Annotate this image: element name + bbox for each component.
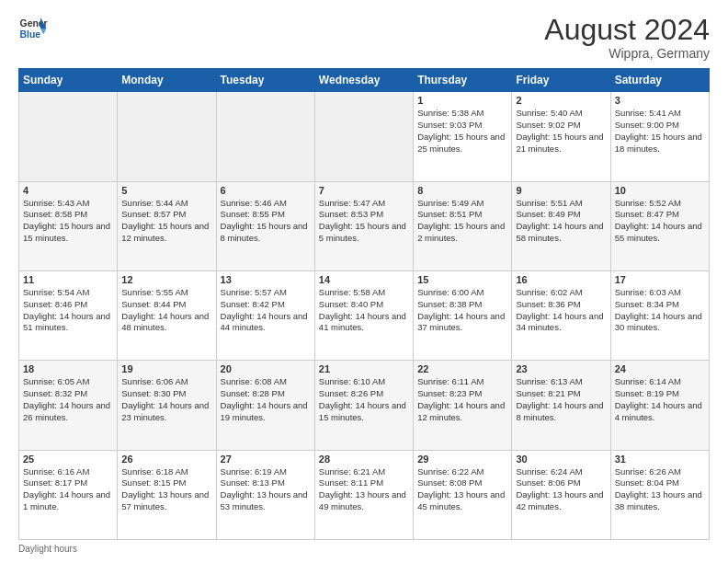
daylight-label: Daylight: 13 hours and 38 minutes.	[615, 489, 702, 511]
day-number: 7	[319, 185, 409, 196]
calendar-cell: 29 Sunrise: 6:22 AM Sunset: 8:08 PM Dayl…	[414, 450, 512, 539]
daylight-label: Daylight: 15 hours and 25 minutes.	[417, 132, 505, 154]
daylight-label: Daylight: 15 hours and 18 minutes.	[615, 132, 702, 154]
sunset-label: Sunset: 8:08 PM	[417, 477, 482, 488]
calendar-cell: 28 Sunrise: 6:21 AM Sunset: 8:11 PM Dayl…	[314, 450, 413, 539]
sunrise-label: Sunrise: 6:10 AM	[319, 376, 385, 386]
day-number: 11	[23, 274, 113, 285]
calendar-cell: 7 Sunrise: 5:47 AM Sunset: 8:53 PM Dayli…	[314, 181, 413, 270]
day-number: 27	[221, 454, 311, 465]
sunrise-label: Sunrise: 6:21 AM	[319, 466, 385, 477]
calendar-cell: 5 Sunrise: 5:44 AM Sunset: 8:57 PM Dayli…	[118, 181, 216, 270]
sunset-label: Sunset: 8:19 PM	[615, 388, 679, 398]
day-info: Sunrise: 5:40 AM Sunset: 9:02 PM Dayligh…	[516, 108, 606, 155]
sunset-label: Sunset: 8:34 PM	[615, 299, 679, 309]
weekday-header-saturday: Saturday	[610, 69, 709, 92]
daylight-label: Daylight: 14 hours and 8 minutes.	[516, 400, 603, 422]
calendar-cell: 27 Sunrise: 6:19 AM Sunset: 8:13 PM Dayl…	[216, 450, 314, 539]
calendar-cell: 30 Sunrise: 6:24 AM Sunset: 8:06 PM Dayl…	[512, 450, 610, 539]
sunset-label: Sunset: 8:26 PM	[319, 388, 383, 398]
day-info: Sunrise: 6:24 AM Sunset: 8:06 PM Dayligh…	[516, 466, 606, 513]
calendar-cell: 18 Sunrise: 6:05 AM Sunset: 8:32 PM Dayl…	[19, 361, 118, 450]
daylight-label: Daylight: 14 hours and 19 minutes.	[221, 400, 308, 422]
day-info: Sunrise: 5:58 AM Sunset: 8:40 PM Dayligh…	[319, 287, 409, 334]
daylight-label: Daylight: 14 hours and 55 minutes.	[615, 221, 702, 243]
sunrise-label: Sunrise: 5:57 AM	[221, 287, 287, 297]
sunrise-label: Sunrise: 6:06 AM	[121, 376, 188, 386]
sunset-label: Sunset: 8:49 PM	[516, 209, 580, 219]
sunset-label: Sunset: 8:40 PM	[319, 299, 383, 309]
sunrise-label: Sunrise: 6:22 AM	[417, 466, 483, 477]
page: General Blue August 2024 Wippra, Germany…	[0, 0, 728, 563]
sunset-label: Sunset: 8:46 PM	[23, 299, 87, 309]
sunset-label: Sunset: 8:58 PM	[23, 209, 87, 219]
weekday-header-tuesday: Tuesday	[216, 69, 314, 92]
day-info: Sunrise: 6:19 AM Sunset: 8:13 PM Dayligh…	[221, 466, 311, 513]
daylight-label: Daylight: 15 hours and 2 minutes.	[417, 221, 505, 243]
month-title: August 2024	[544, 14, 710, 46]
sunrise-label: Sunrise: 6:11 AM	[417, 376, 483, 386]
sunset-label: Sunset: 8:04 PM	[615, 477, 679, 488]
logo-icon: General Blue	[18, 14, 48, 43]
day-number: 12	[121, 274, 211, 285]
sunrise-label: Sunrise: 6:18 AM	[121, 466, 188, 477]
sunrise-label: Sunrise: 5:40 AM	[516, 108, 582, 118]
day-number: 14	[319, 274, 409, 285]
daylight-label: Daylight: 15 hours and 5 minutes.	[319, 221, 406, 243]
logo: General Blue	[18, 14, 48, 43]
footer-note: Daylight hours	[18, 544, 710, 554]
sunset-label: Sunset: 8:30 PM	[121, 388, 186, 398]
day-info: Sunrise: 6:16 AM Sunset: 8:17 PM Dayligh…	[23, 466, 113, 513]
weekday-header-row: SundayMondayTuesdayWednesdayThursdayFrid…	[19, 69, 710, 92]
day-number: 18	[23, 363, 113, 374]
day-info: Sunrise: 6:05 AM Sunset: 8:32 PM Dayligh…	[23, 376, 113, 423]
week-row-5: 25 Sunrise: 6:16 AM Sunset: 8:17 PM Dayl…	[19, 450, 710, 539]
sunrise-label: Sunrise: 5:44 AM	[121, 198, 188, 208]
calendar-cell: 15 Sunrise: 6:00 AM Sunset: 8:38 PM Dayl…	[414, 270, 512, 360]
calendar-cell: 16 Sunrise: 6:02 AM Sunset: 8:36 PM Dayl…	[512, 270, 610, 360]
header: General Blue August 2024 Wippra, Germany	[18, 14, 710, 61]
daylight-label: Daylight: 14 hours and 23 minutes.	[121, 400, 209, 422]
day-info: Sunrise: 6:26 AM Sunset: 8:04 PM Dayligh…	[615, 466, 705, 513]
svg-marker-3	[40, 29, 46, 34]
sunset-label: Sunset: 9:02 PM	[516, 120, 580, 130]
day-info: Sunrise: 6:00 AM Sunset: 8:38 PM Dayligh…	[417, 287, 507, 334]
day-info: Sunrise: 5:51 AM Sunset: 8:49 PM Dayligh…	[516, 198, 606, 245]
sunrise-label: Sunrise: 5:58 AM	[319, 287, 385, 297]
calendar-cell	[118, 92, 216, 181]
calendar-cell: 12 Sunrise: 5:55 AM Sunset: 8:44 PM Dayl…	[118, 270, 216, 360]
day-info: Sunrise: 6:06 AM Sunset: 8:30 PM Dayligh…	[121, 376, 211, 423]
calendar-cell: 22 Sunrise: 6:11 AM Sunset: 8:23 PM Dayl…	[414, 361, 512, 450]
day-info: Sunrise: 6:14 AM Sunset: 8:19 PM Dayligh…	[615, 376, 705, 423]
day-number: 13	[221, 274, 311, 285]
sunrise-label: Sunrise: 6:00 AM	[417, 287, 483, 297]
sunset-label: Sunset: 8:47 PM	[615, 209, 679, 219]
day-info: Sunrise: 5:38 AM Sunset: 9:03 PM Dayligh…	[417, 108, 507, 155]
sunrise-label: Sunrise: 6:14 AM	[615, 376, 681, 386]
sunset-label: Sunset: 8:36 PM	[516, 299, 580, 309]
day-number: 10	[615, 185, 705, 196]
calendar-cell: 25 Sunrise: 6:16 AM Sunset: 8:17 PM Dayl…	[19, 450, 118, 539]
calendar-cell: 19 Sunrise: 6:06 AM Sunset: 8:30 PM Dayl…	[118, 361, 216, 450]
sunrise-label: Sunrise: 5:52 AM	[615, 198, 681, 208]
daylight-label: Daylight: 14 hours and 48 minutes.	[121, 311, 209, 333]
calendar-cell: 4 Sunrise: 5:43 AM Sunset: 8:58 PM Dayli…	[19, 181, 118, 270]
day-info: Sunrise: 5:46 AM Sunset: 8:55 PM Dayligh…	[221, 198, 311, 245]
day-info: Sunrise: 5:43 AM Sunset: 8:58 PM Dayligh…	[23, 198, 113, 245]
daylight-label: Daylight: 15 hours and 15 minutes.	[23, 221, 110, 243]
sunset-label: Sunset: 8:55 PM	[221, 209, 285, 219]
sunrise-label: Sunrise: 6:16 AM	[23, 466, 89, 477]
sunrise-label: Sunrise: 6:02 AM	[516, 287, 582, 297]
sunset-label: Sunset: 8:06 PM	[516, 477, 580, 488]
daylight-label: Daylight: 14 hours and 15 minutes.	[319, 400, 406, 422]
day-number: 16	[516, 274, 606, 285]
calendar-cell: 9 Sunrise: 5:51 AM Sunset: 8:49 PM Dayli…	[512, 181, 610, 270]
sunrise-label: Sunrise: 5:54 AM	[23, 287, 89, 297]
day-info: Sunrise: 6:13 AM Sunset: 8:21 PM Dayligh…	[516, 376, 606, 423]
day-info: Sunrise: 5:41 AM Sunset: 9:00 PM Dayligh…	[615, 108, 705, 155]
sunset-label: Sunset: 8:44 PM	[121, 299, 186, 309]
calendar-cell: 26 Sunrise: 6:18 AM Sunset: 8:15 PM Dayl…	[118, 450, 216, 539]
calendar-cell: 31 Sunrise: 6:26 AM Sunset: 8:04 PM Dayl…	[610, 450, 709, 539]
day-number: 31	[615, 454, 705, 465]
sunset-label: Sunset: 8:17 PM	[23, 477, 87, 488]
